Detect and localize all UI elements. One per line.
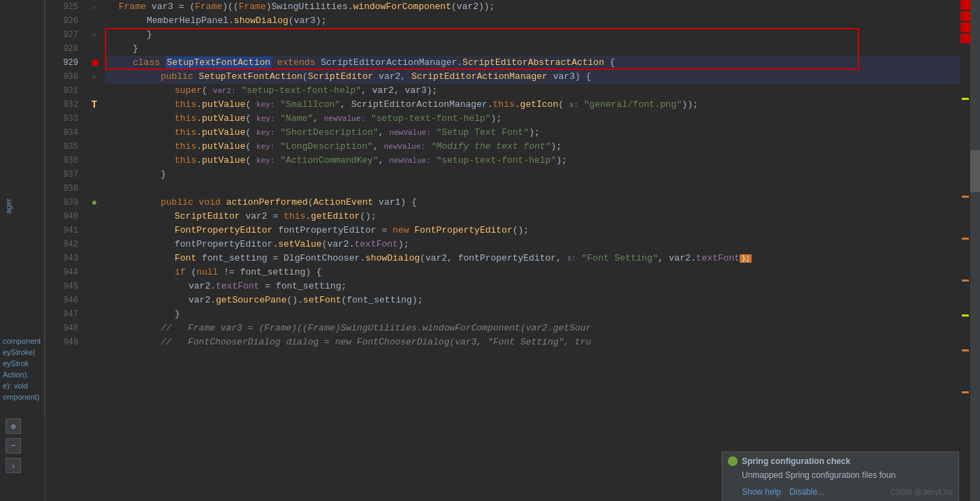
fold-930[interactable]: ▽ (92, 73, 96, 81)
code-line-943: Font font_setting = DlgFontChooser.showD… (105, 252, 966, 266)
line-938: 938 (45, 182, 78, 196)
code-line-933: this.putValue( key: "Name", newValue: "s… (105, 112, 966, 126)
code-line-938 (105, 182, 966, 196)
T-marker-932: T (92, 99, 97, 110)
code-line-940: ScriptEditor var2 = this.getEditor(); (105, 210, 966, 224)
gutter-928 (84, 42, 105, 56)
gutter-946 (84, 293, 105, 307)
gutter-945 (84, 279, 105, 293)
gutter-925: ▷ (84, 0, 105, 14)
spring-popup-header: Spring configuration check (722, 452, 958, 470)
code-line-932: this.putValue( key: "SmallIcon", ScriptE… (105, 98, 966, 112)
code-line-934: this.putValue( key: "ShortDescription", … (105, 126, 966, 140)
code-content[interactable]: Frame var3 = (Frame)((Frame)SwingUtiliti… (105, 0, 966, 501)
line-933: 933 (45, 112, 78, 126)
gutter-931 (84, 84, 105, 98)
error-mark-top3 (960, 22, 970, 32)
gutter-935 (84, 140, 105, 154)
spring-leaf-icon (728, 456, 738, 466)
code-line-948: // Frame var3 = (Frame)((Frame)SwingUtil… (105, 321, 966, 335)
spring-popup-body: Unmapped Spring configuration files foun (722, 470, 958, 484)
code-line-926: MemberHelpPanel.showDialog(var3); (105, 14, 966, 28)
line-927: 927 (45, 28, 78, 42)
line-939: 939 (45, 196, 78, 210)
code-line-944: if (null != font_setting) { (105, 266, 966, 279)
error-mark-top4 (960, 34, 970, 43)
spring-popup: Spring configuration check Unmapped Spri… (722, 451, 959, 501)
line-948: 948 (45, 321, 78, 335)
left-item-keystroke2: eyStrok (0, 358, 45, 369)
right-marks (960, 0, 970, 501)
line-928: 928 (45, 42, 78, 56)
gutter-937 (84, 168, 105, 182)
warning-mark-3 (962, 238, 969, 240)
gutter-926 (84, 14, 105, 28)
code-line-936: this.putValue( key: "ActionCommandKey", … (105, 154, 966, 168)
gutter: ▷ ▽ ▽ T (84, 0, 105, 349)
fold-927[interactable]: ▽ (92, 31, 96, 39)
breakpoint-929[interactable] (92, 59, 98, 66)
warning-mark-1 (962, 98, 969, 100)
code-line-945: var2.textFont = font_setting; (105, 279, 966, 293)
code-line-937: } (105, 168, 966, 182)
scrollbar-thumb[interactable] (970, 150, 980, 192)
vertical-scrollbar[interactable] (970, 0, 980, 501)
gutter-933 (84, 112, 105, 126)
code-line-935: this.putValue( key: "LongDescription", n… (105, 140, 966, 154)
line-947: 947 (45, 307, 78, 321)
code-line-931: super( var2: "setup-text-font-help", var… (105, 84, 966, 98)
line-942: 942 (45, 238, 78, 252)
code-line-929: class SetupTextFontAction extends Script… (105, 56, 966, 70)
left-item-component2: omponent) (0, 391, 45, 402)
gutter-927: ▽ (84, 28, 105, 42)
line-941: 941 (45, 224, 78, 238)
line-944: 944 (45, 266, 78, 279)
warning-mark-7 (962, 391, 969, 393)
line-930: 930 (45, 70, 78, 84)
arrow-down-button[interactable]: ↓ (6, 458, 21, 473)
warning-mark-6 (962, 349, 969, 351)
line-926: 926 (45, 14, 78, 28)
left-panel: ager ⚙ − ↓ component eyStroke| eyStrok A… (0, 0, 45, 501)
gutter-932: T (84, 98, 105, 112)
gutter-936 (84, 154, 105, 168)
gutter-944 (84, 266, 105, 279)
gutter-941 (84, 224, 105, 238)
code-line-939: public void actionPerformed(ActionEvent … (105, 196, 966, 210)
gutter-947 (84, 307, 105, 321)
green-dot-939: ● (92, 197, 97, 208)
spring-popup-title: Spring configuration check (742, 456, 850, 466)
code-line-946: var2.getSourcePane().setFont(font_settin… (105, 293, 966, 307)
line-946: 946 (45, 293, 78, 307)
line-numbers: 925 926 927 928 929 930 931 932 933 934 … (45, 0, 84, 349)
left-item-action: Action): (0, 369, 45, 380)
gutter-939: ● (84, 196, 105, 210)
code-line-930: public SetupTextFontAction(ScriptEditor … (105, 70, 966, 84)
line-925: 925 (45, 0, 78, 14)
warning-mark-4 (962, 279, 969, 282)
show-help-link[interactable]: Show help (742, 487, 781, 497)
line-934: 934 (45, 126, 78, 140)
line-940: 940 (45, 210, 78, 224)
fold-925[interactable]: ▷ (92, 3, 96, 11)
line-929: 929 (45, 56, 78, 70)
minus-button[interactable]: − (6, 438, 21, 453)
warning-mark-2 (962, 196, 969, 198)
gutter-940 (84, 210, 105, 224)
csdn-label: CSDN @JerryLXu (891, 488, 953, 496)
code-line-928: } (105, 42, 966, 56)
error-mark-top1 (960, 0, 970, 10)
gear-button[interactable]: ⚙ (6, 419, 21, 434)
code-area: 925 926 927 928 929 930 931 932 933 934 … (45, 0, 980, 501)
error-mark-top2 (960, 11, 970, 21)
gutter-934 (84, 126, 105, 140)
left-icons: ⚙ − ↓ (6, 419, 21, 473)
line-945: 945 (45, 279, 78, 293)
code-line-942: fontPropertyEditor.setValue(var2.textFon… (105, 238, 966, 252)
code-line-947: } (105, 307, 966, 321)
line-943: 943 (45, 252, 78, 266)
gutter-929 (84, 56, 105, 70)
code-line-927: } (105, 28, 966, 42)
disable-link[interactable]: Disable... (789, 487, 824, 497)
gutter-938 (84, 182, 105, 196)
